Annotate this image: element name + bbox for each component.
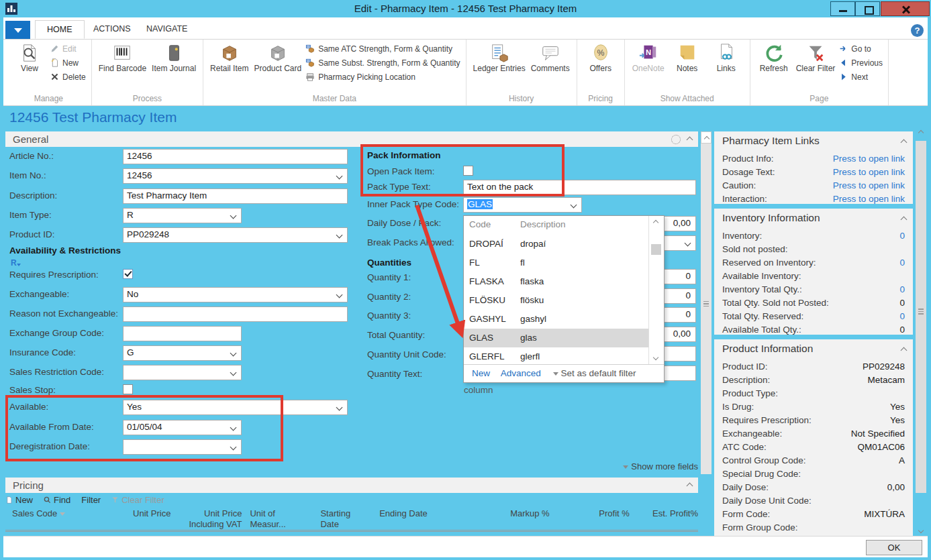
- col-profit[interactable]: Profit %: [550, 507, 630, 530]
- chevron-down-icon[interactable]: [571, 202, 577, 209]
- available-input[interactable]: Yes: [123, 400, 348, 415]
- lookup-new-link[interactable]: New: [472, 368, 490, 378]
- chevron-down-icon[interactable]: [685, 240, 691, 247]
- col-unit-price[interactable]: Unit Price: [107, 507, 171, 530]
- lookup-row-selected[interactable]: GLASglas: [464, 329, 649, 347]
- scroll-up-button[interactable]: [701, 131, 712, 144]
- col-markup[interactable]: Markup %: [456, 507, 550, 530]
- sales-stop-checkbox[interactable]: [123, 384, 133, 394]
- pack-type-text-input[interactable]: Text on the pack: [463, 180, 696, 195]
- chevron-down-icon[interactable]: [336, 173, 343, 180]
- pricing-find-button[interactable]: Find: [44, 495, 70, 505]
- collapse-icon[interactable]: [901, 217, 906, 222]
- caution-link[interactable]: Press to open link: [833, 179, 905, 192]
- lookup-row[interactable]: FLfl: [464, 254, 649, 272]
- insurance-code-input[interactable]: G: [123, 345, 242, 361]
- pricing-clear-filter-button[interactable]: Clear Filter: [111, 495, 164, 505]
- lookup-col-code[interactable]: Code: [469, 219, 491, 229]
- links-button[interactable]: Links: [707, 40, 746, 73]
- reason-not-exchangeable-label: Reason not Exchangeable:: [9, 309, 118, 319]
- inner-pack-type-code-input[interactable]: GLAS: [463, 197, 582, 213]
- pricing-new-button[interactable]: New: [5, 495, 33, 505]
- factbox-title[interactable]: Product Information: [722, 343, 905, 360]
- goto-button[interactable]: Go to: [839, 43, 883, 54]
- previous-button[interactable]: Previous: [839, 57, 883, 68]
- open-pack-item-checkbox[interactable]: [463, 166, 473, 176]
- collapse-icon[interactable]: [687, 484, 692, 488]
- requires-prescription-checkbox[interactable]: [123, 269, 133, 279]
- reason-not-exchangeable-input[interactable]: [123, 306, 348, 322]
- chevron-down-icon[interactable]: [230, 370, 237, 376]
- factbox-scrollbar[interactable]: [916, 127, 926, 537]
- group-label-page: Page: [754, 94, 884, 105]
- minimize-button[interactable]: [830, 1, 855, 16]
- product-id-input[interactable]: PP029248: [123, 227, 348, 243]
- scrollbar-track[interactable]: [701, 144, 712, 474]
- chevron-down-icon[interactable]: [230, 350, 237, 357]
- quantity-3-label: Quantity 3:: [367, 311, 411, 321]
- exchange-group-code-label: Exchange Group Code:: [9, 328, 104, 338]
- sales-restriction-code-input[interactable]: [123, 365, 242, 380]
- col-est-profit[interactable]: Est. Profit%: [630, 507, 698, 530]
- interaction-label: Interaction:: [722, 192, 767, 204]
- col-unit-price-incl-vat[interactable]: Unit PriceIncluding VAT: [170, 507, 242, 530]
- inventory-drilldown[interactable]: 0: [899, 229, 905, 243]
- clear-filter-button[interactable]: Clear Filter: [793, 40, 838, 73]
- scroll-down-icon[interactable]: [916, 527, 926, 537]
- lookup-row[interactable]: FLASKAflaska: [464, 272, 649, 291]
- chevron-down-icon[interactable]: [230, 213, 237, 219]
- show-more-fields-link[interactable]: Show more fields: [604, 461, 698, 471]
- scroll-down-icon[interactable]: [651, 354, 660, 363]
- main-scrollbar[interactable]: [701, 131, 712, 474]
- pricing-section-header[interactable]: Pricing: [5, 478, 698, 493]
- inventory-total-drilldown[interactable]: 0: [899, 283, 905, 296]
- lookup-row[interactable]: FLÖSKUflösku: [464, 291, 649, 310]
- factbox-title[interactable]: Pharmacy Item Links: [722, 135, 905, 152]
- factbox-title[interactable]: Inventory Information: [722, 212, 905, 229]
- reserved-drilldown[interactable]: 0: [899, 256, 905, 270]
- deregistration-date-input[interactable]: [123, 439, 242, 455]
- chevron-down-icon[interactable]: [230, 425, 237, 431]
- chevron-down-icon[interactable]: [336, 404, 343, 411]
- col-starting-date[interactable]: StartingDate: [308, 507, 370, 530]
- pricing-section-title: Pricing: [13, 480, 44, 491]
- chevron-down-icon[interactable]: [230, 444, 237, 451]
- scrollbar-thumb[interactable]: [916, 141, 926, 493]
- lookup-row[interactable]: GASHYLgashyl: [464, 310, 649, 329]
- collapse-icon[interactable]: [901, 348, 906, 353]
- refresh-button[interactable]: Refresh: [754, 40, 793, 73]
- chevron-down-icon[interactable]: [336, 292, 343, 298]
- maximize-button[interactable]: [855, 1, 880, 16]
- interaction-link[interactable]: Press to open link: [833, 192, 905, 204]
- caution-label: Caution:: [722, 179, 756, 192]
- lookup-row[interactable]: DROPAÍdropaí: [464, 235, 649, 254]
- pricing-filter-button[interactable]: Filter: [81, 495, 101, 505]
- next-button[interactable]: Next: [839, 71, 883, 82]
- col-unit-of-measure[interactable]: Unit ofMeasur...: [242, 507, 308, 530]
- item-type-input[interactable]: R: [123, 208, 242, 223]
- lookup-row[interactable]: GLERFLglerfl: [464, 347, 649, 366]
- chevron-down-icon[interactable]: [336, 232, 343, 239]
- ok-button[interactable]: OK: [866, 540, 922, 555]
- total-reserved-drilldown[interactable]: 0: [899, 310, 905, 323]
- product-info-link[interactable]: Press to open link: [833, 152, 905, 166]
- exchange-group-code-input[interactable]: [123, 326, 242, 341]
- article-no-input[interactable]: 12456: [123, 149, 348, 164]
- dosage-text-link[interactable]: Press to open link: [833, 166, 905, 179]
- lookup-scrollbar[interactable]: [648, 216, 664, 365]
- collapse-icon[interactable]: [901, 140, 906, 145]
- lookup-col-description[interactable]: Description: [520, 219, 566, 229]
- description-input[interactable]: Test Pharmacy Item: [123, 188, 348, 204]
- available-from-date-input[interactable]: 01/05/04: [123, 420, 242, 435]
- col-sales-code[interactable]: Sales Code: [5, 507, 107, 530]
- scroll-up-icon[interactable]: [916, 127, 926, 137]
- help-icon[interactable]: [911, 24, 924, 37]
- inner-pack-type-lookup-dropdown: Code Description DROPAÍdropaí FLfl FLASK…: [463, 215, 665, 383]
- lookup-advanced-link[interactable]: Advanced: [501, 368, 541, 378]
- item-no-input[interactable]: 12456: [123, 168, 348, 184]
- close-button[interactable]: [881, 1, 930, 16]
- scrollbar-thumb[interactable]: [651, 244, 661, 255]
- col-ending-date[interactable]: Ending Date: [370, 507, 456, 530]
- exchangeable-input[interactable]: No: [123, 287, 348, 302]
- scroll-up-icon[interactable]: [651, 217, 660, 227]
